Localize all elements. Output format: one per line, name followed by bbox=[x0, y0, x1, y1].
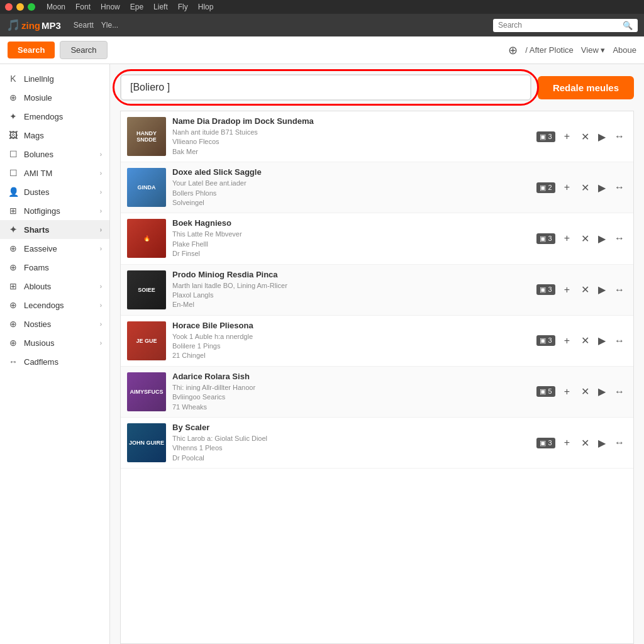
sidebar-item-mags[interactable]: 🖼 Mags bbox=[0, 126, 109, 145]
remove-button-5[interactable]: ✕ bbox=[579, 383, 592, 400]
song-actions-4: ▣ 3 + ✕ ▶ ↔ bbox=[536, 332, 627, 349]
sidebar-item-cadflems[interactable]: ↔ Cadflems bbox=[0, 352, 109, 371]
sidebar-item-mosiule[interactable]: ⊕ Mosiule bbox=[0, 88, 109, 107]
song-title-3[interactable]: Prodo Miniog Resdia Pinca bbox=[172, 270, 530, 279]
sidebar-icon-1: ⊕ bbox=[8, 92, 19, 103]
close-button[interactable] bbox=[5, 3, 13, 11]
sidebar-label-5: AMI TM bbox=[24, 169, 52, 178]
play-button-0[interactable]: ▶ bbox=[598, 131, 606, 143]
song-info-3: Prodo Miniog Resdia Pinca Marth lani lta… bbox=[172, 270, 530, 310]
logo[interactable]: 🎵 zingMP3 bbox=[6, 18, 61, 32]
menu-hnow[interactable]: Hnow bbox=[101, 3, 120, 11]
nav-seartt[interactable]: Seartt bbox=[74, 21, 94, 30]
sidebar-label-12: Lecendogs bbox=[24, 301, 64, 310]
remove-button-3[interactable]: ✕ bbox=[579, 281, 592, 298]
thumb-label-1: GINDA bbox=[136, 183, 157, 192]
about-link[interactable]: Aboue bbox=[613, 45, 636, 55]
sidebar-item-bolunes[interactable]: ☐ Bolunes › bbox=[0, 145, 109, 164]
menu-fly[interactable]: Fly bbox=[178, 3, 188, 11]
globe-icon[interactable]: ⊕ bbox=[508, 43, 518, 57]
chevron-right-icon: › bbox=[100, 245, 102, 252]
menu-moon[interactable]: Moon bbox=[47, 3, 65, 11]
add-button-1[interactable]: + bbox=[562, 179, 572, 196]
song-meta-6: Thic Larob a: Giolat Sulic DioelVlhenns … bbox=[172, 434, 530, 463]
more-button-4[interactable]: ↔ bbox=[612, 333, 627, 349]
after-plotice[interactable]: / After Plotice bbox=[525, 45, 574, 55]
search-orange-button[interactable]: Search bbox=[8, 42, 55, 58]
add-button-5[interactable]: + bbox=[562, 384, 572, 400]
title-bar-menus: Moon Font Hnow Epe Lieft Fly Hlop bbox=[47, 3, 213, 11]
song-meta-1: Your Latel Bee ant.iaderBollers PhlonsSo… bbox=[172, 179, 530, 208]
more-button-5[interactable]: ↔ bbox=[612, 384, 627, 400]
play-button-4[interactable]: ▶ bbox=[598, 335, 606, 347]
menu-bar: 🎵 zingMP3 Seartt Yle... 🔍 bbox=[0, 14, 644, 36]
song-title-6[interactable]: By Scaler bbox=[172, 423, 530, 432]
main-search-input[interactable] bbox=[120, 74, 531, 101]
add-button-2[interactable]: + bbox=[562, 230, 572, 247]
sidebar-item-easseive[interactable]: ⊕ Easseive › bbox=[0, 239, 109, 258]
add-button-6[interactable]: + bbox=[562, 435, 572, 451]
sidebar-icon-13: ⊕ bbox=[8, 319, 19, 329]
more-button-1[interactable]: ↔ bbox=[612, 179, 627, 196]
menu-font[interactable]: Font bbox=[75, 3, 91, 11]
view-button[interactable]: View ▾ bbox=[581, 45, 606, 55]
sidebar-label-7: Notfigings bbox=[24, 206, 60, 216]
search-icon[interactable]: 🔍 bbox=[623, 21, 633, 30]
table-row: SOIEE Prodo Miniog Resdia Pinca Marth la… bbox=[121, 265, 633, 316]
more-button-2[interactable]: ↔ bbox=[612, 230, 627, 247]
song-title-5[interactable]: Adarice Rolara Sish bbox=[172, 372, 530, 381]
song-title-4[interactable]: Horace Bile Pliesona bbox=[172, 321, 530, 330]
song-title-2[interactable]: Boek Hagnieso bbox=[172, 218, 530, 228]
sidebar-icon-11: ⊞ bbox=[8, 281, 19, 291]
thumb-label-4: JE GUE bbox=[135, 336, 158, 345]
sidebar-item-dustes[interactable]: 👤 Dustes › bbox=[0, 182, 109, 201]
song-info-4: Horace Bile Pliesona Yook 1 Auble h:a nn… bbox=[172, 321, 530, 361]
play-button-2[interactable]: ▶ bbox=[598, 233, 606, 245]
song-title-1[interactable]: Doxe aled Slick Saggle bbox=[172, 167, 530, 177]
chevron-right-icon: › bbox=[100, 170, 102, 177]
sidebar-item-lecendogs[interactable]: ⊕ Lecendogs › bbox=[0, 296, 109, 314]
play-button-5[interactable]: ▶ bbox=[598, 386, 606, 397]
more-button-0[interactable]: ↔ bbox=[612, 128, 627, 145]
search-gray-button[interactable]: Search bbox=[60, 41, 107, 59]
sidebar-item-musious[interactable]: ⊕ Musious › bbox=[0, 333, 109, 352]
sidebar-item-ami-tm[interactable]: ☐ AMI TM › bbox=[0, 164, 109, 182]
sidebar-item-linellnlg[interactable]: K Linellnlg bbox=[0, 69, 109, 88]
sidebar-item-foams[interactable]: ⊕ Foams bbox=[0, 258, 109, 277]
sidebar-item-sharts[interactable]: ✦ Sharts › bbox=[0, 220, 109, 239]
nav-yle[interactable]: Yle... bbox=[101, 21, 118, 30]
menu-hlop[interactable]: Hlop bbox=[198, 3, 214, 11]
remove-button-4[interactable]: ✕ bbox=[579, 332, 592, 349]
maximize-button[interactable] bbox=[28, 3, 35, 11]
remove-button-1[interactable]: ✕ bbox=[579, 179, 592, 196]
song-badge-4: ▣ 3 bbox=[536, 335, 555, 346]
menu-lieft[interactable]: Lieft bbox=[153, 3, 168, 11]
redale-button[interactable]: Redale meules bbox=[538, 76, 634, 99]
top-search-bar[interactable]: 🔍 bbox=[493, 19, 638, 32]
remove-button-2[interactable]: ✕ bbox=[579, 230, 592, 247]
add-button-4[interactable]: + bbox=[562, 333, 572, 349]
more-button-6[interactable]: ↔ bbox=[612, 435, 627, 451]
thumb-label-0: HANDY SNDDE bbox=[127, 129, 166, 144]
minimize-button[interactable] bbox=[16, 3, 24, 11]
search-input-wrapper bbox=[120, 74, 531, 101]
song-info-1: Doxe aled Slick Saggle Your Latel Bee an… bbox=[172, 167, 530, 208]
sidebar-item-emendogs[interactable]: ✦ Emendogs bbox=[0, 107, 109, 126]
sidebar-item-notfigings[interactable]: ⊞ Notfigings › bbox=[0, 201, 109, 220]
song-meta-0: Nanh ant ituide B71 StuicesVllieano Flec… bbox=[172, 128, 530, 157]
sidebar-item-nosties[interactable]: ⊕ Nosties › bbox=[0, 314, 109, 333]
top-search-input[interactable] bbox=[498, 21, 619, 30]
menu-epe[interactable]: Epe bbox=[130, 3, 143, 11]
play-button-6[interactable]: ▶ bbox=[598, 437, 606, 449]
play-button-1[interactable]: ▶ bbox=[598, 182, 606, 194]
remove-button-6[interactable]: ✕ bbox=[579, 435, 592, 452]
sidebar-label-8: Sharts bbox=[24, 225, 49, 235]
remove-button-0[interactable]: ✕ bbox=[579, 128, 592, 145]
sidebar-icon-7: ⊞ bbox=[8, 206, 19, 216]
add-button-0[interactable]: + bbox=[562, 128, 572, 145]
song-title-0[interactable]: Name Dia Dradop im Dock Sundema bbox=[172, 116, 530, 126]
sidebar-item-ablouts[interactable]: ⊞ Ablouts › bbox=[0, 277, 109, 296]
play-button-3[interactable]: ▶ bbox=[598, 284, 606, 296]
add-button-3[interactable]: + bbox=[562, 282, 572, 298]
more-button-3[interactable]: ↔ bbox=[612, 282, 627, 298]
